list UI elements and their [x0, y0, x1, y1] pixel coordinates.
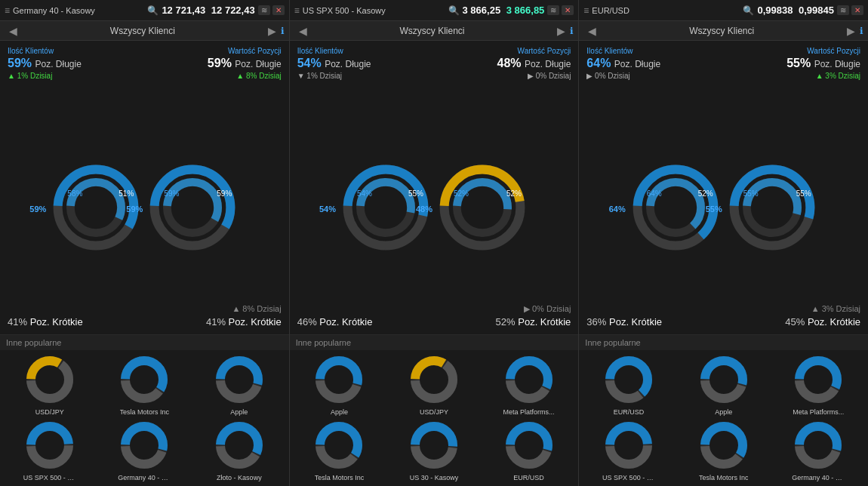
small-donut-label-0: EUR/USD	[614, 408, 645, 416]
stats-left-percent: 59% Poz. Długie	[8, 57, 144, 70]
stats-right-label: Wartość Pozycji	[144, 47, 281, 55]
stats-section: Ilość Klientów 59% Poz. Długie ▲ 1% Dzis…	[0, 41, 289, 83]
stats-section: Ilość Klientów 64% Poz. Długie ▶ 0% Dzis…	[579, 41, 868, 83]
small-donut-label-2: Meta Platforms...	[793, 408, 844, 416]
short-label-left: 41% Poz. Krótkie	[8, 315, 83, 328]
search-icon[interactable]: 🔍	[147, 5, 159, 16]
search-icon[interactable]: 🔍	[743, 5, 754, 16]
panel-eurusd: ≡ EUR/USD 🔍 0,99838 0,99845 ≋ ✕ ◀ Wszysc…	[579, 0, 868, 486]
small-donut-label-2: Apple	[230, 408, 248, 416]
small-donut-svg-0	[26, 356, 73, 406]
small-donut-item-5[interactable]: EUR/USD	[482, 419, 576, 483]
small-donut-item-4[interactable]: Germany 40 - K...	[98, 419, 192, 483]
small-donut-label-4: US 30 - Kasowy	[410, 474, 459, 481]
nav-info[interactable]: ℹ	[281, 26, 285, 36]
nav-prev[interactable]: ◀	[5, 25, 22, 37]
donut-area: 59% 58% 51% 59% 59% 59%	[0, 83, 289, 334]
donut-right-svg	[727, 162, 817, 256]
stats-right-change: ▲ 3% Dzisiaj	[724, 72, 860, 80]
nav-title: Wszyscy Klienci	[22, 26, 263, 36]
short-label-left: 36% Poz. Krótkie	[586, 315, 662, 328]
inner-long-label-left: 64%	[647, 189, 662, 198]
small-donut-svg-5	[216, 422, 263, 472]
small-donut-label-1: Apple	[715, 408, 732, 416]
small-donut-item-5[interactable]: Złoto - Kasowy	[192, 419, 286, 483]
menu-icon[interactable]: ≡	[294, 5, 300, 16]
nav-prev[interactable]: ◀	[583, 25, 601, 37]
short-label-right: ▲ 3% Dzisiaj 45% Poz. Krótkie	[785, 301, 860, 328]
menu-icon[interactable]: ≡	[583, 5, 589, 16]
chart-btn[interactable]: ≋	[547, 5, 559, 15]
small-donut-item-0[interactable]: EUR/USD	[582, 353, 676, 417]
price1: 0,99838	[757, 5, 793, 16]
small-donut-svg-3	[315, 422, 362, 472]
outer-long-label-left: 59%	[29, 205, 46, 214]
small-donut-svg-0	[605, 356, 652, 406]
stats-right-change: ▶ 0% Dzisiaj	[434, 72, 571, 80]
panels-container: ≡ Germany 40 - Kasowy 🔍 12 721,43 12 722…	[0, 0, 868, 486]
nav-info[interactable]: ℹ	[860, 26, 863, 36]
stats-right-change: ▲ 8% Dzisiaj	[144, 72, 281, 80]
stats-left-change: ▼ 1% Dzisiaj	[297, 72, 434, 80]
small-donut-item-3[interactable]: Tesla Motors Inc	[293, 419, 386, 483]
short-label-right: ▲ 8% Dzisiaj 41% Poz. Krótkie	[206, 301, 282, 328]
short-label-right: ▶ 0% Dzisiaj 52% Poz. Krótkie	[496, 301, 571, 328]
small-donut-item-4[interactable]: Tesla Motors Inc	[677, 419, 771, 483]
small-donut-item-1[interactable]: USD/JPY	[387, 353, 481, 417]
small-donut-item-2[interactable]: Meta Platforms...	[482, 353, 576, 417]
outer-long-label-left: 54%	[319, 205, 336, 214]
small-donut-item-3[interactable]: US SPX 500 - K...	[582, 419, 676, 483]
small-donut-label-2: Meta Platforms...	[503, 408, 555, 416]
small-donuts-section: Inne popularne USD/JPY	[0, 334, 289, 486]
small-donut-item-4[interactable]: US 30 - Kasowy	[387, 419, 481, 483]
inner-short-label-left: 52%	[698, 189, 713, 198]
small-donut-svg-1	[121, 356, 168, 406]
nav-next[interactable]: ▶	[553, 25, 570, 37]
small-donut-item-3[interactable]: US SPX 500 - K...	[3, 419, 97, 483]
small-donut-item-1[interactable]: Apple	[677, 353, 771, 417]
donut-area: 54% 54% 55% 48% 52% 52%	[290, 83, 579, 334]
stats-left-label: Ilość Klientów	[586, 47, 723, 55]
small-donut-svg-4	[700, 422, 747, 472]
small-donut-item-1[interactable]: Tesla Motors Inc	[98, 353, 192, 417]
search-icon[interactable]: 🔍	[448, 5, 460, 16]
small-donut-item-5[interactable]: Germany 40 - K...	[771, 419, 865, 483]
stats-left-change: ▲ 1% Dzisiaj	[8, 72, 144, 80]
stats-left-label: Ilość Klientów	[297, 47, 434, 55]
stats-right: Wartość Pozycji 55% Poz. Długie ▲ 3% Dzi…	[724, 47, 860, 80]
small-donuts-grid: USD/JPY Tesla Motors Inc	[0, 350, 289, 486]
inner-short-label-left: 55%	[408, 189, 423, 198]
close-btn[interactable]: ✕	[562, 5, 574, 15]
donut-right-wrapper: 48% 52% 52%	[437, 162, 528, 256]
inne-popularne-label: Inne popularne	[579, 335, 868, 350]
small-donut-label-3: Tesla Motors Inc	[315, 474, 365, 481]
outer-long-label-left: 64%	[609, 205, 626, 214]
panel-title: US SPX 500 - Kasowy	[303, 6, 445, 15]
nav-info[interactable]: ℹ	[570, 26, 574, 36]
chart-btn[interactable]: ≋	[837, 5, 849, 15]
small-donut-item-0[interactable]: USD/JPY	[3, 353, 97, 417]
small-donut-label-1: Tesla Motors Inc	[120, 408, 170, 416]
small-donut-item-0[interactable]: Apple	[293, 353, 386, 417]
stats-left: Ilość Klientów 54% Poz. Długie ▼ 1% Dzis…	[297, 47, 434, 80]
chart-btn[interactable]: ≋	[258, 5, 270, 15]
close-btn[interactable]: ✕	[851, 5, 863, 15]
close-btn[interactable]: ✕	[272, 5, 285, 15]
nav-prev[interactable]: ◀	[294, 25, 312, 37]
small-donut-item-2[interactable]: Apple	[192, 353, 286, 417]
panel-header: ≡ EUR/USD 🔍 0,99838 0,99845 ≋ ✕	[579, 0, 868, 21]
nav-next[interactable]: ▶	[263, 25, 281, 37]
small-donut-svg-5	[506, 422, 553, 472]
nav-next[interactable]: ▶	[842, 25, 860, 37]
header-buttons: ≋ ✕	[837, 5, 863, 15]
small-donut-label-3: US SPX 500 - K...	[23, 474, 76, 481]
outer-long-label-right: 59%	[126, 205, 143, 214]
small-donut-svg-1	[700, 356, 747, 406]
panel-usSpx500: ≡ US SPX 500 - Kasowy 🔍 3 866,25 3 866,8…	[290, 0, 580, 486]
header-buttons: ≋ ✕	[258, 5, 285, 15]
nav-title: Wszyscy Klienci	[601, 26, 842, 36]
donut-right-wrapper: 59% 59% 59%	[147, 162, 238, 256]
nav-bar: ◀ Wszyscy Klienci ▶ ℹ	[290, 21, 579, 41]
small-donut-item-2[interactable]: Meta Platforms...	[771, 353, 865, 417]
menu-icon[interactable]: ≡	[5, 5, 10, 16]
